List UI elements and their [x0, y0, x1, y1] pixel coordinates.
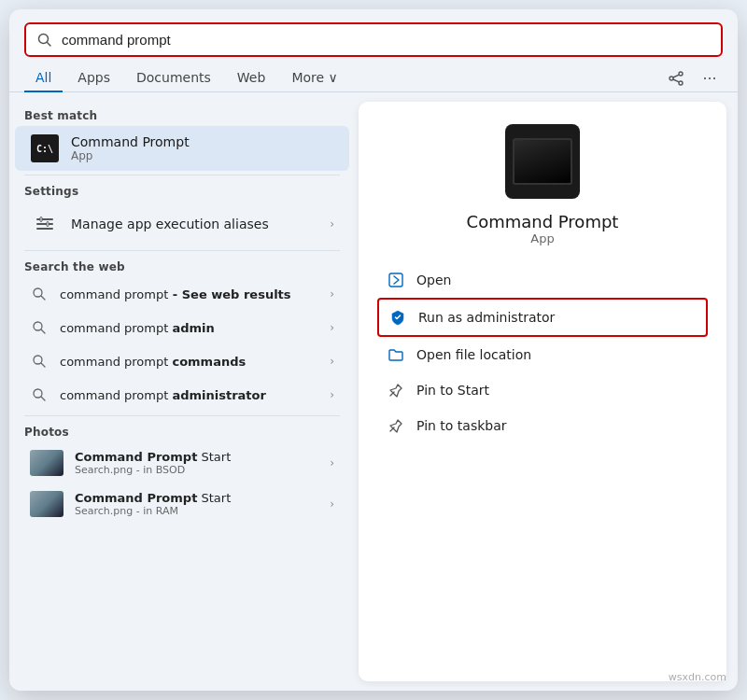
svg-line-15: [41, 329, 45, 333]
action-pin-taskbar[interactable]: Pin to taskbar: [377, 408, 708, 443]
share-button[interactable]: [663, 65, 689, 91]
web-result-4[interactable]: command prompt administrator ›: [15, 378, 349, 412]
settings-label: Settings: [9, 179, 355, 202]
photo-arrow-2: ›: [330, 497, 334, 511]
action-open[interactable]: Open: [377, 262, 708, 298]
tab-more[interactable]: More ∨: [280, 64, 348, 92]
search-input[interactable]: [62, 32, 710, 48]
svg-rect-10: [40, 217, 42, 222]
web-search-icon-3: [30, 352, 49, 371]
svg-line-1: [48, 42, 51, 46]
search-input-wrapper: [24, 22, 723, 57]
web-search-icon-2: [30, 318, 49, 337]
divider-3: [24, 415, 340, 416]
svg-rect-7: [36, 218, 53, 220]
photo-title-2: Command Prompt Start: [75, 491, 318, 505]
best-match-label: Best match: [9, 104, 355, 126]
photo-thumb-2: [30, 491, 63, 517]
watermark: wsxdn.com: [669, 671, 726, 683]
svg-line-6: [673, 79, 679, 82]
photo-sub-1: Search.png - in BSOD: [75, 464, 318, 476]
search-window: All Apps Documents Web More ∨ ···: [9, 9, 738, 691]
divider-1: [24, 175, 340, 175]
web-arrow-3: ›: [330, 355, 334, 368]
tab-all[interactable]: All: [24, 64, 63, 92]
settings-aliases-title: Manage app execution aliases: [71, 217, 318, 231]
web-arrow-2: ›: [330, 321, 334, 334]
photo-result-2[interactable]: Command Prompt Start Search.png - in RAM…: [15, 483, 349, 525]
photo-arrow-1: ›: [330, 456, 334, 469]
more-options-button[interactable]: ···: [697, 65, 723, 91]
best-match-item[interactable]: C:\ Command Prompt App: [15, 126, 349, 171]
shield-icon: [388, 308, 407, 327]
best-match-subtitle: App: [71, 149, 334, 162]
app-name-large: Command Prompt: [467, 212, 619, 231]
svg-rect-8: [36, 223, 53, 225]
left-panel: Best match C:\ Command Prompt App Settin…: [9, 92, 355, 691]
cmd-app-icon: C:\: [30, 133, 60, 163]
pin-icon: [387, 381, 405, 399]
web-search-icon-1: [30, 285, 49, 303]
svg-point-2: [679, 72, 683, 76]
svg-point-4: [669, 77, 673, 80]
pin-taskbar-icon: [387, 416, 405, 435]
main-content: Best match C:\ Command Prompt App Settin…: [9, 92, 738, 691]
web-result-title-3: command prompt commands: [60, 355, 318, 369]
search-web-label: Search the web: [9, 255, 355, 277]
action-pin-taskbar-label: Pin to taskbar: [416, 418, 507, 433]
svg-rect-20: [389, 273, 402, 287]
svg-line-5: [673, 75, 679, 77]
photo-title-1: Command Prompt Start: [75, 450, 318, 464]
action-pin-start[interactable]: Pin to Start: [377, 372, 708, 408]
nav-right-icons: ···: [663, 65, 723, 91]
web-result-2[interactable]: command prompt admin ›: [15, 311, 349, 344]
action-run-admin-label: Run as administrator: [418, 310, 555, 325]
open-icon: [387, 271, 405, 289]
web-arrow-4: ›: [330, 388, 334, 401]
settings-item-aliases[interactable]: Manage app execution aliases ›: [15, 202, 349, 246]
settings-icon: [30, 209, 60, 239]
web-result-3[interactable]: command prompt commands ›: [15, 344, 349, 378]
photo-sub-2: Search.png - in RAM: [75, 505, 318, 517]
tab-documents[interactable]: Documents: [125, 64, 222, 92]
svg-rect-9: [36, 228, 53, 230]
action-run-admin[interactable]: Run as administrator: [377, 298, 708, 337]
settings-arrow: ›: [330, 217, 334, 231]
web-result-title-4: command prompt administrator: [60, 388, 318, 402]
action-open-label: Open: [416, 273, 451, 287]
folder-icon: [387, 345, 405, 364]
tab-web[interactable]: Web: [226, 64, 277, 92]
web-result-title-1: command prompt - See web results: [60, 287, 318, 301]
svg-line-13: [41, 296, 45, 300]
action-pin-start-label: Pin to Start: [416, 383, 489, 398]
app-type-large: App: [530, 231, 554, 245]
app-icon-screen: [513, 138, 572, 185]
right-panel: Command Prompt App Open: [359, 102, 726, 681]
search-bar: [9, 9, 738, 57]
photos-label: Photos: [9, 420, 355, 442]
web-search-icon-4: [30, 385, 49, 404]
divider-2: [24, 250, 340, 251]
app-icon-large: [505, 124, 580, 199]
photo-thumb-1: [30, 450, 63, 476]
tab-apps[interactable]: Apps: [66, 64, 121, 92]
web-result-title-2: command prompt admin: [60, 321, 318, 335]
svg-rect-11: [47, 222, 49, 227]
action-list: Open Run as administrator: [377, 262, 708, 443]
web-arrow-1: ›: [330, 287, 334, 301]
best-match-title: Command Prompt: [71, 134, 334, 149]
photo-result-1[interactable]: Command Prompt Start Search.png - in BSO…: [15, 442, 349, 483]
svg-point-3: [679, 81, 683, 85]
svg-line-19: [41, 397, 45, 400]
action-file-location[interactable]: Open file location: [377, 337, 708, 372]
web-result-1[interactable]: command prompt - See web results ›: [15, 277, 349, 311]
svg-line-17: [41, 363, 45, 367]
action-file-location-label: Open file location: [416, 347, 531, 362]
nav-tabs: All Apps Documents Web More ∨ ···: [9, 61, 738, 92]
search-icon: [37, 33, 52, 48]
